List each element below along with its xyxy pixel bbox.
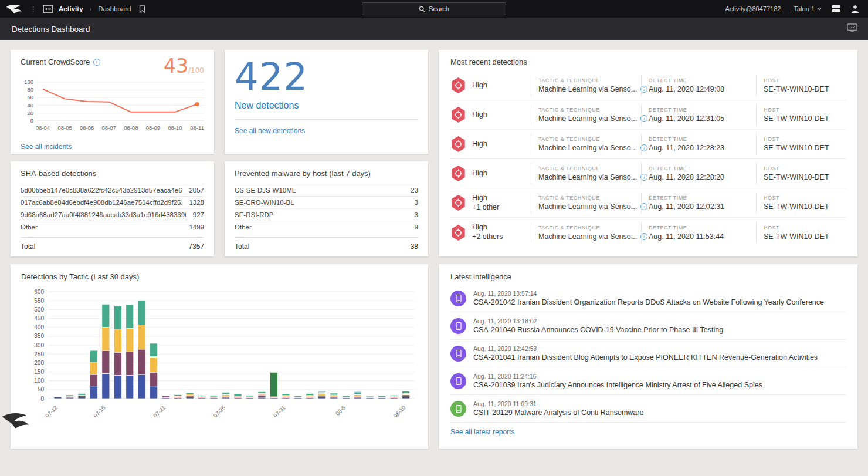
svg-text:07-12: 07-12 bbox=[44, 404, 59, 419]
table-row[interactable]: CS-SE-DJS-W10ML23 bbox=[235, 184, 418, 196]
table-row[interactable]: 5d00bbeb147e0c838a622fc42c543b2913d57eac… bbox=[21, 184, 204, 196]
sha-count: 1499 bbox=[189, 224, 204, 231]
activity-app-icon[interactable] bbox=[43, 5, 53, 13]
severity-label: High bbox=[472, 140, 487, 149]
apps-stack-icon[interactable] bbox=[831, 5, 841, 13]
table-row[interactable]: Other1499 bbox=[21, 221, 204, 233]
severity-cell: High bbox=[450, 136, 531, 153]
tactic-technique-value: Machine Learning via Senso...i bbox=[538, 144, 641, 152]
table-row[interactable]: Other9 bbox=[235, 221, 418, 233]
detect-time-cell: DETECT TIME Aug. 11, 2020 11:53:44 bbox=[641, 222, 756, 243]
intel-report-row[interactable]: Aug. 11, 2020 11:24:16 CSA-201039 Iran's… bbox=[450, 367, 846, 395]
detection-row[interactable]: High+2 others TACTIC & TECHNIQUE Machine… bbox=[450, 218, 846, 247]
prevented-table: CS-SE-DJS-W10ML23 SE-CRO-WIN10-BL3 SE-RS… bbox=[235, 184, 418, 233]
intelligence-title: Latest intelligence bbox=[450, 272, 846, 281]
dashboard-body: Current CrowdScore i 43/100 020406080100… bbox=[0, 40, 868, 476]
info-icon[interactable]: i bbox=[93, 59, 100, 66]
tactic-technique-value: Machine Learning via Senso...i bbox=[538, 202, 641, 211]
recent-detections-title: Most recent detections bbox=[450, 58, 846, 66]
detect-time-value: Aug. 11, 2020 12:28:20 bbox=[649, 173, 756, 181]
detection-row[interactable]: High TACTIC & TECHNIQUE Machine Learning… bbox=[450, 100, 846, 130]
svg-text:08-10: 08-10 bbox=[168, 124, 182, 131]
new-detections-label-link[interactable]: New detections bbox=[235, 100, 418, 111]
host-count: 9 bbox=[415, 224, 418, 231]
report-text: Aug. 11, 2020 11:09:31 CSIT-20129 Malwar… bbox=[473, 400, 643, 417]
table-row[interactable]: SE-RSI-RDP3 bbox=[235, 208, 418, 221]
intel-report-row[interactable]: Aug. 11, 2020 11:09:31 CSIT-20129 Malwar… bbox=[450, 395, 846, 423]
sha-total-row: Total7357 bbox=[21, 237, 204, 251]
host-name: SE-CRO-WIN10-BL bbox=[235, 199, 294, 206]
recent-detections-list: High TACTIC & TECHNIQUE Machine Learning… bbox=[450, 71, 846, 247]
intel-report-row[interactable]: Aug. 11, 2020 13:18:02 CSA-201040 Russia… bbox=[450, 312, 846, 340]
severity-extra: +2 others bbox=[472, 232, 503, 242]
severity-cell: High bbox=[450, 165, 531, 182]
intel-report-row[interactable]: Aug. 11, 2020 12:42:53 CSA-201041 Irania… bbox=[450, 340, 846, 367]
detect-time-value: Aug. 11, 2020 12:31:05 bbox=[649, 114, 756, 123]
breadcrumb-app-link[interactable]: Activity bbox=[59, 5, 83, 12]
detection-row[interactable]: High TACTIC & TECHNIQUE Machine Learning… bbox=[450, 71, 846, 100]
see-all-latest-reports-link[interactable]: See all latest reports bbox=[450, 428, 514, 436]
tactic-stacked-bar-chart: 05010015020025030035040045050055060007-1… bbox=[21, 286, 418, 436]
svg-text:60: 60 bbox=[27, 94, 33, 100]
host-value: SE-TW-WIN10-DET bbox=[764, 114, 846, 123]
detect-time-value: Aug. 11, 2020 11:53:44 bbox=[649, 232, 756, 241]
tenant-dropdown[interactable]: _Talon 1 bbox=[790, 5, 822, 12]
host-header: HOST bbox=[764, 136, 846, 142]
detect-time-header: DETECT TIME bbox=[649, 166, 756, 171]
detection-row[interactable]: High TACTIC & TECHNIQUE Machine Learning… bbox=[450, 159, 846, 188]
detection-row[interactable]: High TACTIC & TECHNIQUE Machine Learning… bbox=[450, 130, 846, 159]
kebab-menu-icon[interactable]: ⋮ bbox=[29, 5, 38, 13]
see-all-incidents-link[interactable]: See all incidents bbox=[21, 143, 72, 151]
host-cell: HOST SE-TW-WIN10-DET bbox=[756, 222, 846, 243]
svg-text:07-21: 07-21 bbox=[152, 404, 167, 419]
severity-cell: High+1 other bbox=[450, 194, 531, 212]
svg-text:08-07: 08-07 bbox=[102, 124, 116, 131]
detect-time-cell: DETECT TIME Aug. 11, 2020 12:31:05 bbox=[641, 104, 756, 126]
report-title: CSA-201040 Russia Announces COVID-19 Vac… bbox=[473, 326, 723, 334]
falcon-watermark-icon bbox=[1, 404, 32, 437]
host-count: 3 bbox=[415, 199, 418, 206]
report-time: Aug. 11, 2020 12:42:53 bbox=[473, 345, 818, 352]
svg-text:08-04: 08-04 bbox=[36, 124, 50, 131]
intel-report-row[interactable]: Aug. 11, 2020 13:57:14 CSA-201042 Irania… bbox=[450, 285, 846, 312]
svg-text:40: 40 bbox=[27, 102, 33, 108]
new-detections-count: 422 bbox=[235, 58, 418, 97]
breadcrumb-separator: › bbox=[90, 5, 92, 12]
host-count: 23 bbox=[411, 187, 418, 194]
svg-text:300: 300 bbox=[34, 342, 44, 349]
report-time: Aug. 11, 2020 13:18:02 bbox=[473, 318, 723, 325]
report-title: CSIT-20129 Malware Analysis of Conti Ran… bbox=[473, 409, 643, 417]
user-icon[interactable] bbox=[850, 5, 860, 13]
search-icon bbox=[419, 6, 425, 12]
sha-other: Other bbox=[21, 224, 38, 231]
global-search-input[interactable]: Search bbox=[362, 2, 506, 15]
svg-text:400: 400 bbox=[34, 324, 44, 330]
host-header: HOST bbox=[764, 166, 846, 171]
tactic-technique-cell: TACTIC & TECHNIQUE Machine Learning via … bbox=[531, 75, 641, 96]
crowdstrike-falcon-logo-icon[interactable] bbox=[6, 3, 23, 15]
svg-text:100: 100 bbox=[24, 79, 33, 85]
severity-label: High bbox=[472, 81, 487, 90]
detection-row[interactable]: High+1 other TACTIC & TECHNIQUE Machine … bbox=[450, 188, 846, 218]
host-name: SE-RSI-RDP bbox=[235, 211, 273, 218]
host-header: HOST bbox=[764, 225, 846, 231]
monitor-icon[interactable] bbox=[847, 23, 857, 35]
tactic-chart-title: Detections by Tactic (Last 30 days) bbox=[21, 272, 418, 281]
account-label: Activity@80477182 bbox=[725, 5, 781, 12]
severity-label: High+1 other bbox=[472, 194, 499, 212]
svg-text:350: 350 bbox=[34, 333, 44, 339]
sha-detections-card: SHA-based detections 5d00bbeb147e0c838a6… bbox=[11, 161, 214, 256]
report-icon bbox=[450, 373, 466, 389]
bookmark-icon[interactable] bbox=[139, 5, 145, 13]
see-all-new-detections-link[interactable]: See all new detections bbox=[235, 127, 305, 135]
svg-text:08-5: 08-5 bbox=[334, 404, 347, 417]
severity-cell: High+2 others bbox=[450, 223, 531, 241]
table-row[interactable]: SE-CRO-WIN10-BL3 bbox=[235, 196, 418, 208]
severity-high-icon bbox=[450, 224, 466, 241]
table-row[interactable]: 017ac6ab8e84d6ebdf4e908db1246ae7514cffd2… bbox=[21, 196, 204, 208]
total-value: 38 bbox=[411, 242, 418, 251]
severity-high-icon bbox=[450, 165, 466, 182]
severity-extra: +1 other bbox=[472, 203, 499, 212]
severity-cell: High bbox=[450, 106, 531, 123]
table-row[interactable]: 9d68a68ad27aa0f4f881246aacab33d3a1c916d4… bbox=[21, 208, 204, 221]
